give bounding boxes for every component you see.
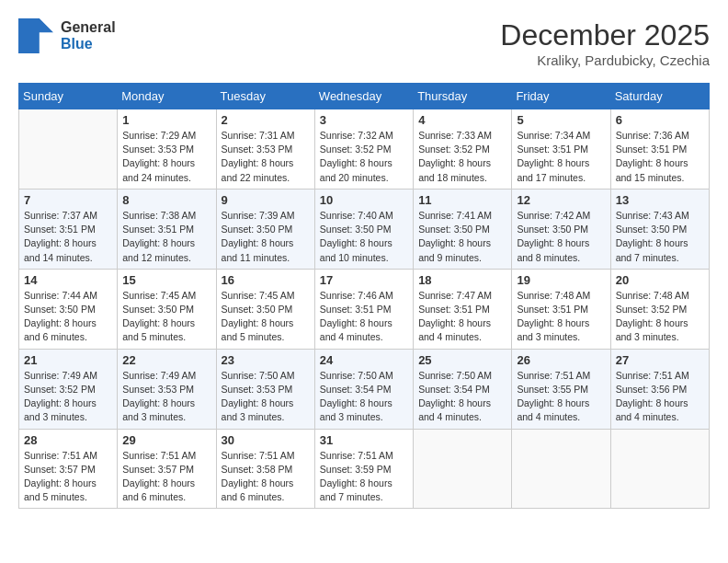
day-number: 9 <box>222 193 310 207</box>
day-info: Sunrise: 7:48 AMSunset: 3:52 PMDaylight:… <box>616 289 704 345</box>
day-info: Sunrise: 7:50 AMSunset: 3:53 PMDaylight:… <box>222 369 310 425</box>
day-number: 15 <box>122 273 210 287</box>
calendar-cell: 30Sunrise: 7:51 AMSunset: 3:58 PMDayligh… <box>216 429 314 509</box>
day-number: 4 <box>418 113 506 127</box>
calendar-cell: 14Sunrise: 7:44 AMSunset: 3:50 PMDayligh… <box>19 269 118 349</box>
day-number: 8 <box>122 193 210 207</box>
day-info: Sunrise: 7:31 AMSunset: 3:53 PMDaylight:… <box>222 129 310 185</box>
day-info: Sunrise: 7:51 AMSunset: 3:55 PMDaylight:… <box>517 369 605 425</box>
day-number: 20 <box>616 273 704 287</box>
day-number: 17 <box>320 273 408 287</box>
logo-general: General <box>61 19 116 36</box>
day-info: Sunrise: 7:41 AMSunset: 3:50 PMDaylight:… <box>418 209 506 265</box>
day-number: 5 <box>517 113 605 127</box>
logo-text-block: General Blue <box>61 19 116 52</box>
day-number: 24 <box>320 353 408 367</box>
day-number: 29 <box>122 433 210 447</box>
title-block: December 2025 Kraliky, Pardubicky, Czech… <box>500 18 710 68</box>
calendar-week-3: 21Sunrise: 7:49 AMSunset: 3:52 PMDayligh… <box>19 349 710 429</box>
day-number: 7 <box>24 193 112 207</box>
page-header: General Blue December 2025 Kraliky, Pard… <box>18 18 710 68</box>
calendar-cell: 8Sunrise: 7:38 AMSunset: 3:51 PMDaylight… <box>118 189 216 269</box>
day-info: Sunrise: 7:51 AMSunset: 3:57 PMDaylight:… <box>24 449 112 505</box>
day-info: Sunrise: 7:45 AMSunset: 3:50 PMDaylight:… <box>122 289 210 345</box>
calendar-cell: 5Sunrise: 7:34 AMSunset: 3:51 PMDaylight… <box>512 109 610 190</box>
calendar-week-0: 1Sunrise: 7:29 AMSunset: 3:53 PMDaylight… <box>19 109 710 190</box>
day-number: 13 <box>616 193 704 207</box>
day-info: Sunrise: 7:48 AMSunset: 3:51 PMDaylight:… <box>517 289 605 345</box>
calendar-cell: 24Sunrise: 7:50 AMSunset: 3:54 PMDayligh… <box>314 349 413 429</box>
calendar-cell <box>19 109 118 190</box>
day-number: 27 <box>616 353 704 367</box>
calendar-cell: 16Sunrise: 7:45 AMSunset: 3:50 PMDayligh… <box>216 269 314 349</box>
day-info: Sunrise: 7:32 AMSunset: 3:52 PMDaylight:… <box>320 129 408 185</box>
calendar-cell: 2Sunrise: 7:31 AMSunset: 3:53 PMDaylight… <box>216 109 314 190</box>
day-number: 23 <box>222 353 310 367</box>
calendar-cell: 22Sunrise: 7:49 AMSunset: 3:53 PMDayligh… <box>118 349 216 429</box>
day-info: Sunrise: 7:29 AMSunset: 3:53 PMDaylight:… <box>122 129 210 185</box>
calendar-cell: 4Sunrise: 7:33 AMSunset: 3:52 PMDaylight… <box>414 109 512 190</box>
logo-blue: Blue <box>61 36 116 52</box>
day-number: 28 <box>24 433 112 447</box>
day-number: 1 <box>122 113 210 127</box>
calendar-cell <box>512 429 610 509</box>
day-number: 19 <box>517 273 605 287</box>
calendar-cell: 25Sunrise: 7:50 AMSunset: 3:54 PMDayligh… <box>414 349 512 429</box>
calendar-cell: 29Sunrise: 7:51 AMSunset: 3:57 PMDayligh… <box>118 429 216 509</box>
calendar-cell: 19Sunrise: 7:48 AMSunset: 3:51 PMDayligh… <box>512 269 610 349</box>
calendar-cell: 15Sunrise: 7:45 AMSunset: 3:50 PMDayligh… <box>118 269 216 349</box>
day-info: Sunrise: 7:37 AMSunset: 3:51 PMDaylight:… <box>24 209 112 265</box>
day-info: Sunrise: 7:47 AMSunset: 3:51 PMDaylight:… <box>418 289 506 345</box>
calendar-week-2: 14Sunrise: 7:44 AMSunset: 3:50 PMDayligh… <box>19 269 710 349</box>
calendar-cell: 11Sunrise: 7:41 AMSunset: 3:50 PMDayligh… <box>414 189 512 269</box>
calendar-cell: 17Sunrise: 7:46 AMSunset: 3:51 PMDayligh… <box>314 269 413 349</box>
day-info: Sunrise: 7:50 AMSunset: 3:54 PMDaylight:… <box>418 369 506 425</box>
calendar-cell: 20Sunrise: 7:48 AMSunset: 3:52 PMDayligh… <box>610 269 709 349</box>
day-info: Sunrise: 7:38 AMSunset: 3:51 PMDaylight:… <box>122 209 210 265</box>
day-info: Sunrise: 7:45 AMSunset: 3:50 PMDaylight:… <box>222 289 310 345</box>
day-number: 10 <box>320 193 408 207</box>
header-thursday: Thursday <box>414 84 512 109</box>
calendar-week-1: 7Sunrise: 7:37 AMSunset: 3:51 PMDaylight… <box>19 189 710 269</box>
day-info: Sunrise: 7:43 AMSunset: 3:50 PMDaylight:… <box>616 209 704 265</box>
day-number: 3 <box>320 113 408 127</box>
calendar-cell: 6Sunrise: 7:36 AMSunset: 3:51 PMDaylight… <box>610 109 709 190</box>
header-wednesday: Wednesday <box>314 84 413 109</box>
day-number: 2 <box>222 113 310 127</box>
calendar-cell: 1Sunrise: 7:29 AMSunset: 3:53 PMDaylight… <box>118 109 216 190</box>
day-number: 22 <box>122 353 210 367</box>
logo: General Blue <box>18 18 116 53</box>
header-monday: Monday <box>118 84 216 109</box>
day-number: 26 <box>517 353 605 367</box>
calendar-week-4: 28Sunrise: 7:51 AMSunset: 3:57 PMDayligh… <box>19 429 710 509</box>
calendar-cell: 12Sunrise: 7:42 AMSunset: 3:50 PMDayligh… <box>512 189 610 269</box>
location-subtitle: Kraliky, Pardubicky, Czechia <box>500 52 710 68</box>
day-info: Sunrise: 7:42 AMSunset: 3:50 PMDaylight:… <box>517 209 605 265</box>
calendar-cell: 28Sunrise: 7:51 AMSunset: 3:57 PMDayligh… <box>19 429 118 509</box>
calendar-cell: 23Sunrise: 7:50 AMSunset: 3:53 PMDayligh… <box>216 349 314 429</box>
calendar-cell: 21Sunrise: 7:49 AMSunset: 3:52 PMDayligh… <box>19 349 118 429</box>
calendar-cell: 3Sunrise: 7:32 AMSunset: 3:52 PMDaylight… <box>314 109 413 190</box>
calendar-cell: 31Sunrise: 7:51 AMSunset: 3:59 PMDayligh… <box>314 429 413 509</box>
day-number: 14 <box>24 273 112 287</box>
calendar-cell: 26Sunrise: 7:51 AMSunset: 3:55 PMDayligh… <box>512 349 610 429</box>
day-number: 12 <box>517 193 605 207</box>
day-info: Sunrise: 7:49 AMSunset: 3:52 PMDaylight:… <box>24 369 112 425</box>
day-number: 11 <box>418 193 506 207</box>
calendar-cell: 10Sunrise: 7:40 AMSunset: 3:50 PMDayligh… <box>314 189 413 269</box>
header-friday: Friday <box>512 84 610 109</box>
day-info: Sunrise: 7:50 AMSunset: 3:54 PMDaylight:… <box>320 369 408 425</box>
calendar-table: SundayMondayTuesdayWednesdayThursdayFrid… <box>18 83 710 509</box>
day-number: 16 <box>222 273 310 287</box>
calendar-cell: 13Sunrise: 7:43 AMSunset: 3:50 PMDayligh… <box>610 189 709 269</box>
day-info: Sunrise: 7:51 AMSunset: 3:58 PMDaylight:… <box>222 449 310 505</box>
header-saturday: Saturday <box>610 84 709 109</box>
calendar-cell: 27Sunrise: 7:51 AMSunset: 3:56 PMDayligh… <box>610 349 709 429</box>
calendar-cell <box>414 429 512 509</box>
calendar-cell: 7Sunrise: 7:37 AMSunset: 3:51 PMDaylight… <box>19 189 118 269</box>
calendar-cell <box>610 429 709 509</box>
day-info: Sunrise: 7:49 AMSunset: 3:53 PMDaylight:… <box>122 369 210 425</box>
day-number: 25 <box>418 353 506 367</box>
day-info: Sunrise: 7:36 AMSunset: 3:51 PMDaylight:… <box>616 129 704 185</box>
day-info: Sunrise: 7:51 AMSunset: 3:56 PMDaylight:… <box>616 369 704 425</box>
